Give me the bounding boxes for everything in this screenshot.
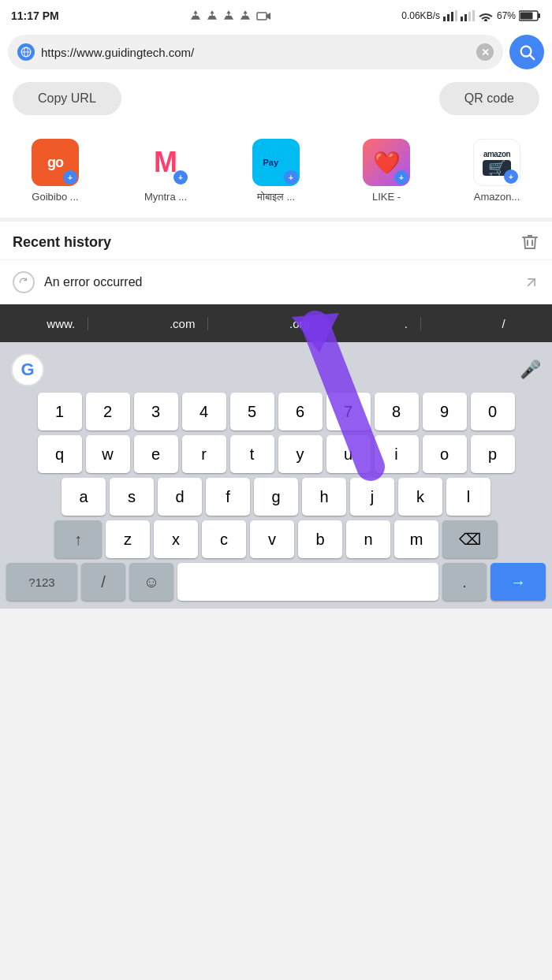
recent-history-header: Recent history (0, 221, 552, 259)
svg-line-18 (530, 55, 534, 59)
goibibo-badge: + (63, 170, 77, 184)
key-s[interactable]: s (110, 478, 154, 516)
status-time: 11:17 PM (11, 9, 59, 22)
url-globe-icon (17, 43, 35, 61)
keyboard-rows: 1 2 3 4 5 6 7 8 9 0 q w e r t y u i o p … (3, 393, 549, 606)
amazon-badge: + (504, 170, 518, 184)
svg-rect-5 (455, 10, 457, 21)
key-m[interactable]: m (394, 520, 438, 558)
key-l[interactable]: l (446, 478, 490, 516)
quick-url-org[interactable]: .org (277, 317, 323, 330)
key-k[interactable]: k (398, 478, 442, 516)
bookmark-goibibo[interactable]: go + Goibibo ... (0, 134, 110, 208)
myntra-icon: M + (142, 139, 189, 186)
bookmark-like[interactable]: ❤️ + LIKE - (331, 134, 442, 208)
search-icon (518, 43, 535, 61)
content-wrapper: go + Goibibo ... M + Myntra ... Paytm + … (0, 128, 552, 304)
keyboard-top-row: G 🎤 (3, 348, 549, 393)
recycle-icon (189, 9, 202, 22)
key-z[interactable]: z (106, 520, 150, 558)
key-i[interactable]: i (375, 435, 419, 473)
delete-history-icon[interactable] (520, 233, 539, 252)
delete-key[interactable]: ⌫ (442, 520, 498, 558)
svg-point-10 (484, 19, 487, 21)
bookmark-amazon[interactable]: amazon 🛒 + Amazon... (442, 134, 552, 208)
status-right: 0.06KB/s 67% (401, 10, 541, 21)
mic-icon[interactable]: 🎤 (520, 360, 541, 380)
key-a[interactable]: a (62, 478, 106, 516)
key-8[interactable]: 8 (375, 393, 419, 430)
slash-key[interactable]: / (81, 563, 125, 601)
recycle2-icon (206, 9, 218, 22)
url-bar[interactable]: https://www.guidingtech.com/ ✕ (8, 35, 503, 69)
svg-rect-2 (443, 17, 446, 21)
goibibo-label: Goibibo ... (32, 191, 78, 203)
search-button[interactable] (509, 35, 544, 69)
num-key[interactable]: ?123 (6, 563, 77, 601)
key-6[interactable]: 6 (278, 393, 323, 430)
bookmark-myntra[interactable]: M + Myntra ... (110, 134, 221, 208)
qr-code-button[interactable]: QR code (439, 82, 539, 115)
history-item[interactable]: An error occurred (0, 259, 552, 304)
status-icons (189, 9, 271, 22)
emoji-key[interactable]: ☺ (129, 563, 173, 601)
copy-url-button[interactable]: Copy URL (13, 82, 121, 115)
key-o[interactable]: o (423, 435, 467, 473)
key-b[interactable]: b (298, 520, 342, 558)
key-e[interactable]: e (134, 435, 178, 473)
action-buttons: Copy URL QR code (0, 76, 552, 128)
refresh-icon (18, 277, 29, 288)
shift-key[interactable]: ↑ (54, 520, 102, 558)
bookmarks-container: go + Goibibo ... M + Myntra ... Paytm + … (0, 128, 552, 218)
quick-url-com[interactable]: .com (157, 317, 209, 330)
key-5[interactable]: 5 (230, 393, 274, 430)
key-h[interactable]: h (302, 478, 346, 516)
svg-rect-6 (461, 17, 463, 21)
recycle4-icon (239, 9, 252, 22)
key-row-bottom: ?123 / ☺ . → (6, 563, 546, 606)
key-x[interactable]: x (154, 520, 198, 558)
enter-key[interactable]: → (490, 563, 546, 601)
key-0[interactable]: 0 (471, 393, 515, 430)
key-3[interactable]: 3 (134, 393, 178, 430)
network-speed: 0.06KB/s (401, 10, 440, 21)
key-p[interactable]: p (471, 435, 515, 473)
quick-url-dot[interactable]: . (392, 317, 421, 330)
key-n[interactable]: n (346, 520, 390, 558)
url-text: https://www.guidingtech.com/ (41, 46, 470, 59)
bookmark-paytm[interactable]: Paytm + मोबाइल ... (221, 134, 331, 208)
key-r[interactable]: r (182, 435, 226, 473)
svg-rect-8 (468, 12, 471, 21)
myntra-label: Myntra ... (144, 191, 187, 203)
key-7[interactable]: 7 (326, 393, 371, 430)
globe-icon (21, 47, 32, 58)
quick-url-slash[interactable]: / (489, 317, 517, 330)
space-key[interactable] (177, 563, 438, 601)
key-c[interactable]: c (202, 520, 246, 558)
key-1[interactable]: 1 (38, 393, 82, 430)
url-clear-button[interactable]: ✕ (476, 43, 494, 61)
like-icon: ❤️ + (363, 139, 410, 186)
svg-rect-9 (472, 10, 475, 21)
quick-url-www[interactable]: www. (34, 317, 88, 330)
key-q[interactable]: q (38, 435, 82, 473)
key-j[interactable]: j (350, 478, 394, 516)
key-v[interactable]: v (250, 520, 294, 558)
key-d[interactable]: d (158, 478, 202, 516)
key-w[interactable]: w (86, 435, 130, 473)
myntra-badge: + (173, 170, 188, 184)
key-u[interactable]: u (326, 435, 371, 473)
period-key[interactable]: . (442, 563, 487, 601)
key-2[interactable]: 2 (86, 393, 130, 430)
paytm-label: मोबाइल ... (257, 191, 295, 203)
key-f[interactable]: f (206, 478, 250, 516)
key-t[interactable]: t (230, 435, 274, 473)
key-9[interactable]: 9 (423, 393, 467, 430)
svg-rect-7 (464, 14, 467, 21)
key-4[interactable]: 4 (182, 393, 226, 430)
key-y[interactable]: y (278, 435, 323, 473)
key-g[interactable]: g (254, 478, 298, 516)
svg-rect-4 (451, 12, 453, 21)
signal-icon (443, 10, 457, 21)
signal2-icon (461, 10, 475, 21)
